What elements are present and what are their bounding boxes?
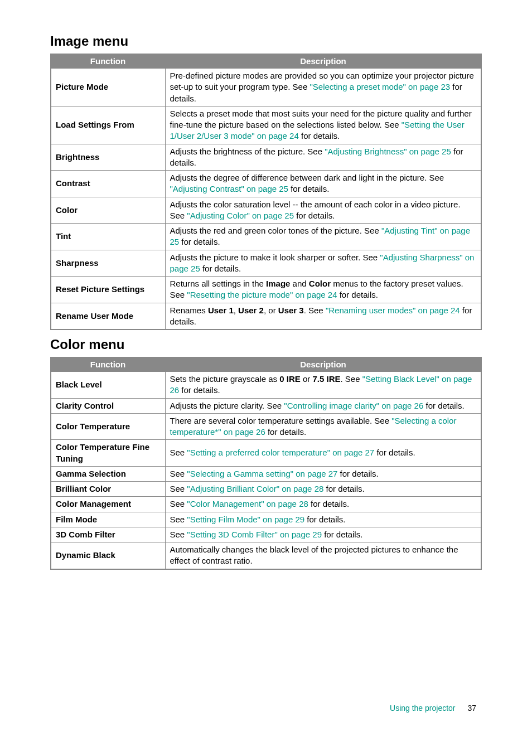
desc-cell: Adjusts the picture to make it look shar…	[165, 250, 481, 277]
table-row: Brilliant Color See "Adjusting Brilliant…	[51, 482, 481, 497]
table-row: Brightness Adjusts the brightness of the…	[51, 144, 481, 171]
desc-cell: Selects a preset mode that most suits yo…	[165, 106, 481, 144]
func-cell: 3D Comb Filter	[51, 527, 165, 542]
desc-cell: Adjusts the color saturation level -- th…	[165, 197, 481, 224]
desc-cell: Renames User 1, User 2, or User 3. See "…	[165, 303, 481, 329]
link[interactable]: "Setting a preferred color temperature" …	[187, 448, 374, 457]
desc-cell: See "Setting 3D Comb Filter" on page 29 …	[165, 527, 481, 542]
func-cell: Reset Picture Settings	[51, 277, 165, 303]
func-cell: Film Mode	[51, 512, 165, 527]
table-row: Rename User Mode Renames User 1, User 2,…	[51, 303, 481, 329]
func-cell: Load Settings From	[51, 106, 165, 144]
table-row: Reset Picture Settings Returns all setti…	[51, 277, 481, 303]
func-cell: Color Temperature Fine Tuning	[51, 440, 165, 467]
desc-cell: Adjusts the brightness of the picture. S…	[165, 144, 481, 171]
link[interactable]: "Adjusting Brilliant Color" on page 28	[187, 484, 323, 493]
col-function: Function	[51, 54, 165, 68]
func-cell: Color	[51, 197, 165, 224]
table-row: 3D Comb Filter See "Setting 3D Comb Filt…	[51, 527, 481, 542]
func-cell: Color Temperature	[51, 413, 165, 440]
desc-cell: Returns all settings in the Image and Co…	[165, 277, 481, 303]
table-row: Clarity Control Adjusts the picture clar…	[51, 398, 481, 413]
footer-section: Using the projector	[390, 704, 456, 713]
image-menu-table: Function Description Picture Mode Pre-de…	[50, 54, 482, 330]
link[interactable]: "Adjusting Color" on page 25	[187, 211, 294, 220]
desc-cell: See "Selecting a Gamma setting" on page …	[165, 466, 481, 481]
table-row: Tint Adjusts the red and green color ton…	[51, 224, 481, 250]
func-cell: Contrast	[51, 171, 165, 197]
table-row: Sharpness Adjusts the picture to make it…	[51, 250, 481, 277]
table-row: Load Settings From Selects a preset mode…	[51, 106, 481, 144]
table-row: Color Management See "Color Management" …	[51, 497, 481, 512]
desc-cell: Pre-defined picture modes are provided s…	[165, 68, 481, 106]
desc-cell: Adjusts the degree of difference between…	[165, 171, 481, 197]
func-cell: Clarity Control	[51, 398, 165, 413]
func-cell: Rename User Mode	[51, 303, 165, 329]
desc-cell: Sets the picture grayscale as 0 IRE or 7…	[165, 371, 481, 398]
link[interactable]: "Setting 3D Comb Filter" on page 29	[187, 530, 322, 539]
link[interactable]: "Selecting a preset mode" on page 23	[309, 82, 450, 91]
desc-cell: Adjusts the picture clarity. See "Contro…	[165, 398, 481, 413]
heading-color-menu: Color menu	[50, 337, 482, 352]
table-row: Black Level Sets the picture grayscale a…	[51, 371, 481, 398]
table-row: Color Adjusts the color saturation level…	[51, 197, 481, 224]
table-row: Picture Mode Pre-defined picture modes a…	[51, 68, 481, 106]
link[interactable]: "Setting Film Mode" on page 29	[187, 515, 304, 524]
table-row: Color Temperature There are several colo…	[51, 413, 481, 440]
func-cell: Tint	[51, 224, 165, 250]
func-cell: Sharpness	[51, 250, 165, 277]
link[interactable]: "Resetting the picture mode" on page 24	[187, 290, 337, 299]
func-cell: Brilliant Color	[51, 482, 165, 497]
table-row: Contrast Adjusts the degree of differenc…	[51, 171, 481, 197]
link[interactable]: "Adjusting Brightness" on page 25	[325, 147, 451, 156]
func-cell: Color Management	[51, 497, 165, 512]
desc-cell: See "Adjusting Brilliant Color" on page …	[165, 482, 481, 497]
desc-cell: Automatically changes the black level of…	[165, 542, 481, 569]
heading-image-menu: Image menu	[50, 33, 482, 49]
page-number: 37	[467, 704, 476, 713]
page-footer: Using the projector 37	[50, 704, 482, 713]
table-row: Dynamic Black Automatically changes the …	[51, 542, 481, 569]
table-row: Gamma Selection See "Selecting a Gamma s…	[51, 466, 481, 481]
func-cell: Brightness	[51, 144, 165, 171]
desc-cell: There are several color temperature sett…	[165, 413, 481, 440]
func-cell: Picture Mode	[51, 68, 165, 106]
link[interactable]: "Adjusting Contrast" on page 25	[170, 184, 288, 193]
table-row: Film Mode See "Setting Film Mode" on pag…	[51, 512, 481, 527]
desc-cell: See "Setting a preferred color temperatu…	[165, 440, 481, 467]
col-description: Description	[165, 54, 481, 68]
func-cell: Gamma Selection	[51, 466, 165, 481]
desc-cell: Adjusts the red and green color tones of…	[165, 224, 481, 250]
col-function: Function	[51, 357, 165, 371]
func-cell: Black Level	[51, 371, 165, 398]
link[interactable]: "Color Management" on page 28	[187, 499, 308, 508]
color-menu-table: Function Description Black Level Sets th…	[50, 357, 482, 570]
link[interactable]: "Selecting a Gamma setting" on page 27	[187, 469, 337, 478]
desc-cell: See "Color Management" on page 28 for de…	[165, 497, 481, 512]
link[interactable]: "Controlling image clarity" on page 26	[284, 401, 423, 410]
func-cell: Dynamic Black	[51, 542, 165, 569]
table-row: Color Temperature Fine Tuning See "Setti…	[51, 440, 481, 467]
desc-cell: See "Setting Film Mode" on page 29 for d…	[165, 512, 481, 527]
link[interactable]: "Renaming user modes" on page 24	[326, 306, 460, 315]
col-description: Description	[165, 357, 481, 371]
